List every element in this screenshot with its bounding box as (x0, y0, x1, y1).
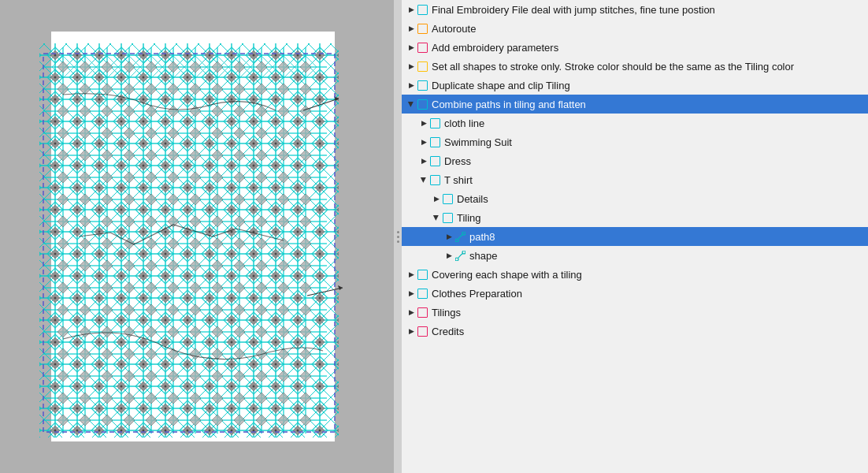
tree-item-label: cloth line (444, 117, 484, 129)
layer-panel: ▶Final Embroidery File deal with jump st… (402, 0, 868, 473)
tree-item-credits[interactable]: ▶Credits (402, 322, 868, 341)
folder-icon (417, 43, 428, 53)
path-icon (455, 251, 466, 261)
folder-icon (417, 80, 428, 91)
folder-icon (430, 118, 440, 128)
tree-item-clothes-prep[interactable]: ▶Clothes Preparation (402, 284, 868, 303)
folder-icon (417, 307, 428, 318)
expand-arrow[interactable]: ▶ (405, 306, 417, 318)
expand-arrow[interactable]: ▶ (405, 60, 417, 73)
folder-icon (430, 137, 440, 147)
folder-icon (417, 5, 428, 15)
folder-icon (417, 270, 428, 280)
tree-item-label: Set all shapes to stroke only. Stroke co… (432, 61, 794, 73)
folder-icon (430, 156, 440, 166)
tree-item-cloth-line[interactable]: ▶cloth line (402, 114, 868, 132)
panel-divider[interactable] (394, 0, 402, 473)
tree-item-label: T shirt (444, 174, 473, 186)
tree-item-label: Tiling (457, 212, 481, 224)
expand-arrow[interactable]: ▶ (443, 230, 455, 243)
tree-item-shape[interactable]: ▶ shape (402, 246, 868, 265)
expand-arrow[interactable]: ▶ (430, 211, 443, 224)
folder-icon (443, 194, 453, 204)
expand-arrow[interactable]: ▶ (405, 22, 417, 35)
folder-icon (417, 99, 428, 110)
tree-item-set-shapes[interactable]: ▶Set all shapes to stroke only. Stroke c… (402, 57, 868, 76)
folder-icon (417, 326, 428, 337)
folder-icon (417, 289, 428, 299)
tree-item-label: Credits (432, 326, 464, 337)
tree-item-final-embroidery[interactable]: ▶Final Embroidery File deal with jump st… (402, 0, 868, 19)
tree-item-label: Duplicate shape and clip Tiling (432, 80, 570, 91)
tree-item-details[interactable]: ▶Details (402, 189, 868, 208)
tree-item-label: Final Embroidery File deal with jump sti… (432, 4, 715, 16)
expand-arrow[interactable]: ▶ (405, 98, 417, 110)
folder-icon (443, 213, 453, 223)
tree-item-label: Clothes Preparation (432, 288, 522, 300)
tree-item-path8[interactable]: ▶ path8 (402, 227, 868, 246)
svg-point-260 (455, 258, 458, 261)
tree-item-swimming-suit[interactable]: ▶Swimming Suit (402, 132, 868, 151)
tree-item-label: Dress (444, 155, 471, 167)
tree-item-duplicate-shape[interactable]: ▶Duplicate shape and clip Tiling (402, 76, 868, 95)
expand-arrow[interactable]: ▶ (405, 3, 417, 16)
tree-item-label: Swimming Suit (444, 136, 512, 148)
expand-arrow[interactable]: ▶ (443, 249, 455, 262)
tree-item-label: shape (469, 250, 497, 262)
tree-item-covering[interactable]: ▶Covering each shape with a tiling (402, 265, 868, 284)
expand-arrow[interactable]: ▶ (430, 192, 443, 205)
tree-item-label: path8 (469, 231, 495, 243)
tree-item-label: Tilings (432, 307, 461, 318)
expand-arrow[interactable]: ▶ (417, 155, 430, 167)
folder-icon (417, 24, 428, 34)
tree-item-dress[interactable]: ▶Dress (402, 151, 868, 170)
tree-item-combine-paths[interactable]: ▶Combine paths in tiling and flatten (402, 95, 868, 114)
expand-arrow[interactable]: ▶ (405, 325, 417, 337)
tree-item-tilings[interactable]: ▶Tilings (402, 303, 868, 322)
tree-item-add-embroidery[interactable]: ▶Add embroidery parameters (402, 38, 868, 57)
expand-arrow[interactable]: ▶ (405, 268, 417, 281)
tree-item-label: Add embroidery parameters (432, 42, 558, 54)
tree-item-label: Combine paths in tiling and flatten (432, 99, 586, 110)
divider-handle (397, 231, 399, 243)
folder-icon (430, 175, 440, 185)
expand-arrow[interactable]: ▶ (405, 79, 417, 91)
expand-arrow[interactable]: ▶ (417, 117, 430, 129)
expand-arrow[interactable]: ▶ (417, 173, 430, 186)
expand-arrow[interactable]: ▶ (405, 41, 417, 54)
tree-item-t-shirt[interactable]: ▶T shirt (402, 170, 868, 189)
tree-item-label: Autoroute (432, 23, 476, 35)
path-icon (455, 232, 466, 242)
svg-point-259 (462, 232, 466, 235)
expand-arrow[interactable]: ▶ (405, 287, 417, 300)
tree-item-tiling[interactable]: ▶Tiling (402, 208, 868, 227)
tree-item-label: Covering each shape with a tiling (432, 269, 582, 281)
tiling-pattern (0, 0, 394, 473)
canvas-area (0, 0, 394, 473)
svg-point-261 (462, 251, 466, 254)
svg-point-258 (455, 239, 458, 242)
folder-icon (417, 61, 428, 72)
tree-item-label: Details (457, 193, 488, 205)
expand-arrow[interactable]: ▶ (417, 136, 430, 148)
tree-item-autoroute[interactable]: ▶Autoroute (402, 19, 868, 38)
